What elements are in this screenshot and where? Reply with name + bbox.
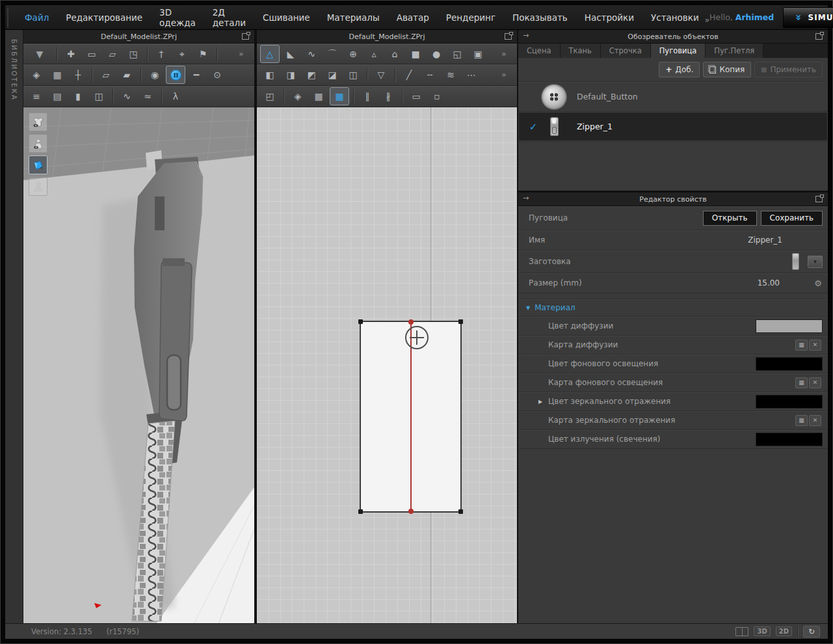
checker-texture-tool[interactable]: ▦ bbox=[309, 87, 328, 105]
inspect-sewing-tool[interactable]: ◫ bbox=[343, 66, 363, 84]
texture-checker-tool[interactable]: ▦ bbox=[47, 66, 67, 84]
menu-item-1[interactable]: Файл bbox=[16, 12, 57, 23]
add-button[interactable]: +Доб. bbox=[659, 62, 700, 77]
transform-tool[interactable]: ▱ bbox=[103, 45, 122, 63]
pleat-sew-tool[interactable]: ∦ bbox=[378, 87, 398, 105]
tab-5[interactable]: Пуг.Петля bbox=[706, 44, 763, 58]
pin-camera-tool[interactable]: ⌖ bbox=[172, 45, 192, 63]
popout-icon[interactable] bbox=[505, 33, 512, 40]
texture-delete-button[interactable]: ✕ bbox=[809, 377, 821, 388]
dock-arrow-icon[interactable]: → bbox=[523, 31, 529, 40]
3d-view-button[interactable]: 3D bbox=[754, 626, 770, 636]
pin-garment-tool[interactable]: ⚑ bbox=[193, 45, 213, 63]
split-view-button[interactable] bbox=[735, 627, 748, 636]
layer-stack-tool[interactable]: ▤ bbox=[47, 87, 67, 105]
free-sewing-tool[interactable]: ╌ bbox=[420, 66, 440, 84]
list-item-default-button[interactable]: Default_Button bbox=[518, 82, 828, 112]
pattern-corner-point[interactable] bbox=[358, 319, 363, 324]
menu-overflow-icon[interactable]: » bbox=[705, 16, 709, 25]
avatar-show-tool[interactable]: ▮ bbox=[68, 87, 88, 105]
dart-tool[interactable]: ◱ bbox=[447, 45, 467, 63]
polygon-tool[interactable]: ⌂ bbox=[385, 45, 404, 63]
texture-browse-button[interactable]: ▦ bbox=[795, 377, 808, 388]
specular-color-swatch[interactable] bbox=[756, 395, 823, 409]
zipper-tool[interactable]: ━ bbox=[187, 66, 206, 84]
avatar-display-button[interactable] bbox=[29, 177, 47, 196]
texture-browse-button[interactable]: ▦ bbox=[795, 415, 808, 426]
diffuse-color-swatch[interactable] bbox=[756, 319, 823, 333]
expand-triangle-icon[interactable]: ▶ bbox=[538, 399, 542, 405]
pattern-corner-point[interactable] bbox=[458, 319, 463, 324]
texture-browse-button[interactable]: ▦ bbox=[795, 340, 808, 351]
tab-1[interactable]: Сцена bbox=[518, 44, 561, 58]
menu-item-4[interactable]: 2Д детали bbox=[204, 7, 254, 28]
add-point-tool[interactable]: ⊕ bbox=[343, 45, 363, 63]
gizmo-box-tool[interactable]: ◳ bbox=[124, 45, 143, 63]
name-value[interactable]: Zipper_1 bbox=[748, 235, 782, 245]
menu-item-9[interactable]: Показывать bbox=[504, 12, 576, 23]
rect-select-tool[interactable]: ▭ bbox=[82, 45, 101, 63]
edit-sewing-tool[interactable]: ◨ bbox=[281, 66, 300, 84]
circle-tool[interactable]: ● bbox=[427, 45, 446, 63]
unfold-pattern-tool[interactable]: ◰ bbox=[260, 87, 280, 105]
pattern-corner-point[interactable] bbox=[458, 509, 463, 514]
rectangle-tool[interactable]: ■ bbox=[406, 45, 425, 63]
ambient-color-swatch[interactable] bbox=[756, 357, 823, 371]
menu-item-11[interactable]: Установки bbox=[642, 12, 707, 23]
transform-pattern-tool[interactable]: △ bbox=[260, 45, 280, 63]
copy-button[interactable]: Копия bbox=[703, 62, 751, 77]
flatten-solid-tool[interactable]: ▰ bbox=[117, 66, 137, 84]
tape-tool[interactable]: ∿ bbox=[117, 87, 137, 105]
rect-dart-tool[interactable]: ▣ bbox=[468, 45, 488, 63]
pattern-corner-point[interactable] bbox=[358, 509, 363, 514]
tab-2[interactable]: Ткань bbox=[561, 44, 601, 58]
toolbar-overflow[interactable]: » bbox=[494, 45, 514, 63]
show-avatar-button[interactable] bbox=[29, 134, 47, 153]
menu-item-5[interactable]: Сшивание bbox=[254, 12, 319, 23]
fold-arrangement-tool[interactable]: ┼ bbox=[68, 66, 88, 84]
refresh-button[interactable]: ↻ bbox=[803, 626, 820, 637]
library-sidebar[interactable]: БИБЛИОТЕКА bbox=[5, 30, 23, 623]
zipper-line-endpoint[interactable] bbox=[408, 319, 414, 325]
blank-dropdown-button[interactable]: ▼ bbox=[808, 256, 823, 268]
2d-view-button[interactable]: 2D bbox=[776, 626, 792, 636]
move-gizmo-tool[interactable]: ✚ bbox=[61, 45, 81, 63]
garment-fit-tool[interactable]: ▽ bbox=[371, 66, 391, 84]
pin-tool[interactable]: † bbox=[152, 45, 171, 63]
layer-select-tool[interactable]: ≡ bbox=[27, 87, 46, 105]
menu-item-7[interactable]: Аватар bbox=[388, 12, 438, 23]
menu-item-10[interactable]: Настройки bbox=[576, 12, 642, 23]
show-patterns-button[interactable] bbox=[29, 155, 47, 174]
tab-3[interactable]: Строчка bbox=[601, 44, 651, 58]
show-uv-tool[interactable]: ▫ bbox=[427, 87, 447, 105]
move-sewing-tool[interactable]: ◩ bbox=[302, 66, 321, 84]
tape-curve-tool[interactable]: ≈ bbox=[138, 87, 157, 105]
2d-viewport-canvas[interactable] bbox=[257, 107, 517, 623]
select-garment-tool[interactable]: ◈ bbox=[27, 66, 46, 84]
material-section-header[interactable]: ▼ Материал bbox=[518, 299, 828, 317]
menu-item-6[interactable]: Материалы bbox=[319, 12, 388, 23]
wrench-icon[interactable]: ⚙ bbox=[814, 278, 822, 288]
zipper-line-endpoint[interactable] bbox=[408, 509, 414, 514]
popout-icon[interactable] bbox=[815, 196, 823, 202]
texture-delete-button[interactable]: ✕ bbox=[809, 415, 821, 426]
menu-item-3[interactable]: 3D одежда bbox=[151, 7, 204, 28]
emission-color-swatch[interactable] bbox=[756, 433, 823, 446]
dock-arrow-icon[interactable]: → bbox=[523, 194, 529, 202]
show-sewing-tool[interactable]: ◪ bbox=[323, 66, 342, 84]
show-texture-tool[interactable]: ▦ bbox=[330, 87, 349, 105]
sewing-machine-tool[interactable]: ◧ bbox=[260, 66, 280, 84]
walk-pose-tool[interactable]: λ bbox=[166, 87, 185, 105]
select-button-tool[interactable]: ◉ bbox=[145, 66, 165, 84]
pattern-piece[interactable] bbox=[360, 321, 462, 513]
avatar-split-tool[interactable]: ◫ bbox=[89, 87, 109, 105]
list-item-zipper[interactable]: ✓ Zipper_1 bbox=[518, 112, 828, 142]
size-value[interactable]: 15.00 bbox=[758, 278, 780, 288]
mn-sewing-tool[interactable]: ≋ bbox=[441, 66, 460, 84]
arrangement-dropdown[interactable]: ▼ bbox=[27, 45, 53, 63]
menu-item-2[interactable]: Редактирование bbox=[57, 12, 151, 23]
popout-icon[interactable] bbox=[815, 33, 823, 40]
3d-viewport-canvas[interactable] bbox=[23, 107, 254, 623]
save-button[interactable]: Сохранить bbox=[761, 211, 823, 226]
transform-template-tool[interactable]: ◣ bbox=[281, 45, 300, 63]
